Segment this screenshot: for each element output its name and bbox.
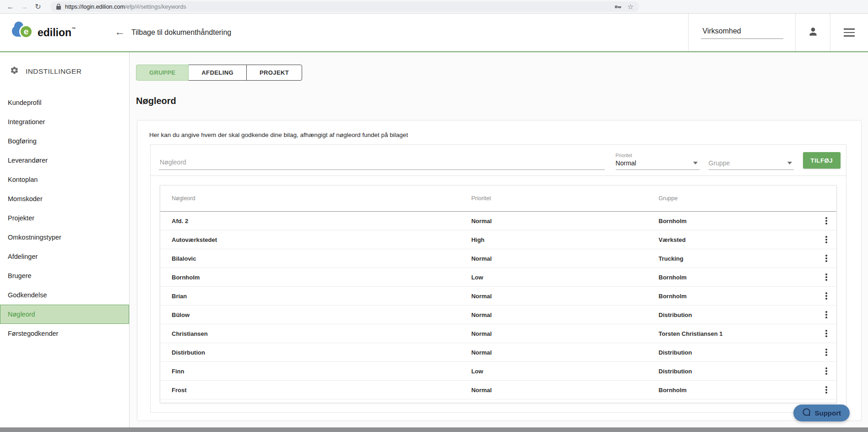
group-placeholder: Gruppe	[709, 159, 787, 167]
sidebar-item-kontoplan[interactable]: Kontoplan	[0, 170, 129, 189]
back-arrow-icon[interactable]: ←	[114, 27, 125, 37]
table-row: FinnLowDistribution	[160, 362, 836, 381]
browser-forward-icon[interactable]: →	[19, 3, 29, 11]
keyword-cell: Autoværkstedet	[160, 236, 471, 243]
keyword-input[interactable]	[159, 159, 605, 170]
group-cell: Bornholm	[659, 293, 816, 300]
add-button[interactable]: TILFØJ	[803, 152, 841, 169]
tab-gruppe[interactable]: GRUPPE	[136, 65, 189, 81]
row-menu-cell	[816, 308, 836, 321]
group-cell: Værksted	[659, 236, 816, 243]
group-cell: Distribution	[659, 368, 816, 375]
kebab-menu-icon[interactable]	[823, 365, 830, 377]
group-cell: Distribution	[659, 312, 816, 318]
row-menu-cell	[816, 214, 836, 227]
browser-toolbar: ← → ↻ https://login.edilion.com/efp/#/se…	[0, 0, 868, 14]
chat-bubble-icon	[802, 408, 811, 418]
group-cell: Bornholm	[659, 274, 816, 281]
logo[interactable]: e edilion™	[0, 14, 114, 51]
settings-sidebar: INDSTILLINGER KundeprofilIntegrationerBo…	[0, 52, 130, 432]
group-field: Gruppe	[709, 159, 794, 170]
sidebar-title: INDSTILLINGER	[26, 67, 81, 76]
row-menu-cell	[816, 233, 836, 246]
priority-cell: Normal	[471, 387, 658, 394]
sidebar-item-brugere[interactable]: Brugere	[0, 266, 129, 285]
table-row: FrostNormalBornholm	[160, 381, 836, 399]
keyword-cell: Bilalovic	[160, 255, 471, 262]
bookmark-star-icon[interactable]: ☆	[628, 3, 634, 11]
group-select[interactable]: Gruppe	[709, 159, 794, 170]
sidebar-item-bogforing[interactable]: Bogføring	[0, 131, 129, 151]
sidebar-item-kundeprofil[interactable]: Kundeprofil	[0, 93, 129, 112]
tab-afdeling[interactable]: AFDELING	[188, 65, 247, 81]
logo-wordmark: edilion™	[38, 27, 76, 39]
sidebar-items: KundeprofilIntegrationerBogføringLeveran…	[0, 93, 129, 343]
chevron-down-icon	[693, 162, 698, 164]
support-label: Support	[815, 409, 841, 417]
address-bar[interactable]: https://login.edilion.com/efp/#/settings…	[50, 1, 639, 12]
browser-back-icon[interactable]: ←	[5, 3, 16, 11]
header-keyword: Nøgleord	[160, 195, 471, 202]
back-to-documents-link[interactable]: ← Tilbage til dokumenthåndtering	[114, 14, 688, 51]
app-header: e edilion™ ← Tilbage til dokumenthåndter…	[0, 14, 868, 52]
priority-select[interactable]: Normal	[616, 159, 700, 170]
keyword-cell: Bornholm	[160, 274, 471, 281]
url-path: /efp/#/settings/keywords	[125, 4, 186, 10]
sidebar-heading: INDSTILLINGER	[0, 52, 129, 77]
chevron-down-icon	[787, 162, 792, 164]
kebab-menu-icon[interactable]	[823, 308, 830, 321]
table-row: BülowNormalDistribution	[160, 306, 836, 324]
keyword-cell: Afd. 2	[160, 218, 471, 224]
table-row: BornholmLowBornholm	[160, 268, 836, 287]
kebab-menu-icon[interactable]	[823, 233, 830, 246]
main-menu-button[interactable]	[830, 14, 868, 51]
priority-cell: Normal	[471, 312, 658, 318]
table-row: BrianNormalBornholm	[160, 287, 836, 306]
kebab-menu-icon[interactable]	[823, 214, 830, 227]
priority-value: Normal	[616, 159, 693, 167]
priority-label: Prioritet	[616, 153, 700, 158]
table-row: Afd. 2NormalBornholm	[160, 212, 836, 230]
sidebar-item-omkostningstyper[interactable]: Omkostningstyper	[0, 228, 129, 247]
support-button[interactable]: Support	[793, 405, 850, 421]
keyword-cell: Bülow	[160, 312, 471, 318]
sidebar-item-forstegodkender[interactable]: Førstegodkender	[0, 324, 129, 343]
row-menu-cell	[816, 365, 836, 377]
priority-cell: Low	[471, 368, 658, 375]
tab-projekt[interactable]: PROJEKT	[246, 65, 302, 81]
sidebar-item-momskoder[interactable]: Momskoder	[0, 189, 129, 208]
kebab-menu-icon[interactable]	[823, 346, 830, 359]
trademark-symbol: ™	[71, 27, 76, 31]
keyword-cell: Christiansen	[160, 330, 471, 337]
priority-field: Prioritet Normal	[616, 153, 700, 170]
header-priority: Prioritet	[471, 195, 658, 202]
kebab-menu-icon[interactable]	[823, 252, 830, 265]
priority-cell: Normal	[471, 218, 658, 224]
password-key-icon[interactable]	[614, 5, 621, 9]
url-text: https://login.edilion.com/efp/#/settings…	[65, 4, 186, 10]
sidebar-item-integrationer[interactable]: Integrationer	[0, 112, 129, 131]
browser-reload-icon[interactable]: ↻	[33, 2, 43, 11]
priority-cell: Normal	[471, 293, 658, 300]
priority-cell: Normal	[471, 349, 658, 356]
sidebar-item-afdelinger[interactable]: Afdelinger	[0, 247, 129, 266]
user-menu-button[interactable]	[795, 14, 830, 51]
logo-e-badge: e	[19, 25, 33, 38]
kebab-menu-icon[interactable]	[823, 271, 830, 284]
company-selector[interactable]: Virksomhed	[688, 14, 795, 51]
sidebar-item-nogleord[interactable]: Nøgleord	[0, 305, 129, 324]
kebab-menu-icon[interactable]	[823, 290, 830, 302]
sidebar-item-projekter[interactable]: Projekter	[0, 208, 129, 228]
priority-cell: Low	[471, 274, 658, 281]
table-row: ChristiansenNormalTorsten Christiansen 1	[160, 324, 836, 343]
sidebar-item-godkendelse[interactable]: Godkendelse	[0, 285, 129, 305]
add-keyword-form: Prioritet Normal Gruppe TILFØJ	[151, 145, 846, 176]
table-row: DistirbutionNormalDistribution	[160, 343, 836, 362]
kebab-menu-icon[interactable]	[823, 383, 830, 396]
kebab-menu-icon[interactable]	[823, 327, 830, 340]
table-row: AutoværkstedetHighVærksted	[160, 230, 836, 249]
row-menu-cell	[816, 327, 836, 340]
row-menu-cell	[816, 271, 836, 284]
sidebar-item-leverandorer[interactable]: Leverandører	[0, 151, 129, 170]
window-bottom-strip	[0, 427, 868, 432]
